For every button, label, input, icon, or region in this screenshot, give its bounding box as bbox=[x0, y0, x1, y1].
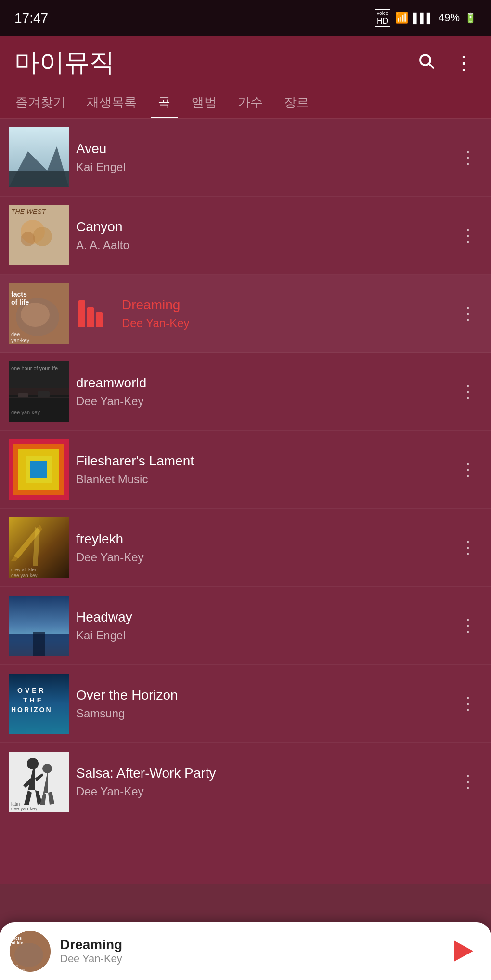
svg-text:HORIZON: HORIZON bbox=[11, 706, 52, 714]
album-art-dreamworld: one hour of your life dee yan-key bbox=[9, 361, 69, 422]
now-playing-artist: Dee Yan-Key bbox=[60, 953, 433, 965]
svg-text:yan·key: yan·key bbox=[12, 968, 25, 972]
song-item-filesharer[interactable]: Filesharer's Lament Blanket Music ⋮ bbox=[0, 431, 491, 509]
svg-rect-35 bbox=[33, 632, 45, 656]
song-more-filesharer[interactable]: ⋮ bbox=[454, 456, 481, 483]
song-item-aveu[interactable]: Aveu Kai Engel ⋮ bbox=[0, 119, 491, 197]
app-header: 마이뮤직 ⋮ bbox=[0, 36, 491, 84]
svg-text:THE: THE bbox=[23, 696, 44, 704]
svg-rect-21 bbox=[18, 393, 28, 397]
song-info-salsa: Salsa: After-Work Party Dee Yan-Key bbox=[69, 766, 454, 798]
svg-text:of life: of life bbox=[12, 940, 23, 945]
svg-text:dee: dee bbox=[12, 964, 18, 968]
svg-text:dee yan-key: dee yan-key bbox=[11, 806, 37, 811]
song-more-aveu[interactable]: ⋮ bbox=[454, 144, 481, 171]
song-item-dreaming[interactable]: facts of life dee yan·key Dreaming Dee Y… bbox=[0, 275, 491, 353]
song-list: Aveu Kai Engel ⋮ THE WEST Canyon A. A. A… bbox=[0, 119, 491, 884]
battery-icon: 🔋 bbox=[465, 12, 477, 24]
tab-genre[interactable]: 장르 bbox=[273, 84, 320, 118]
tab-favorites[interactable]: 즐겨찾기 bbox=[5, 84, 76, 118]
song-info-horizon: Over the Horizon Samsung bbox=[69, 688, 454, 720]
search-button[interactable] bbox=[415, 50, 437, 76]
wifi-icon: 📶 bbox=[395, 12, 408, 24]
play-icon bbox=[454, 940, 473, 962]
svg-point-41 bbox=[27, 758, 39, 769]
tab-artists[interactable]: 가수 bbox=[227, 84, 273, 118]
svg-text:dee yan-key: dee yan-key bbox=[11, 573, 37, 578]
svg-rect-4 bbox=[9, 171, 69, 187]
app-title: 마이뮤직 bbox=[14, 46, 115, 79]
svg-point-42 bbox=[42, 764, 52, 773]
song-item-salsa[interactable]: latin dee yan-key Salsa: After-Work Part… bbox=[0, 743, 491, 821]
playing-bar-3 bbox=[96, 312, 103, 327]
song-artist-headway: Kai Engel bbox=[76, 629, 447, 642]
song-info-aveu: Aveu Kai Engel bbox=[69, 141, 454, 174]
tab-playlist[interactable]: 재생목록 bbox=[76, 84, 147, 118]
song-title-headway: Headway bbox=[76, 609, 447, 625]
song-title-freylekh: freylekh bbox=[76, 531, 447, 547]
tab-albums[interactable]: 앨범 bbox=[181, 84, 227, 118]
album-art-canyon: THE WEST bbox=[9, 205, 69, 265]
svg-text:facts: facts bbox=[11, 291, 27, 298]
song-more-freylekh[interactable]: ⋮ bbox=[454, 534, 481, 561]
song-artist-dreaming: Dee Yan-Key bbox=[122, 317, 447, 330]
song-more-horizon[interactable]: ⋮ bbox=[454, 690, 481, 717]
battery-indicator: 49% bbox=[439, 12, 460, 24]
svg-line-1 bbox=[430, 64, 434, 68]
song-title-horizon: Over the Horizon bbox=[76, 688, 447, 703]
song-more-headway[interactable]: ⋮ bbox=[454, 612, 481, 639]
svg-text:dee: dee bbox=[11, 331, 20, 337]
svg-text:dee yan-key: dee yan-key bbox=[11, 410, 40, 415]
playing-indicator bbox=[78, 300, 105, 327]
song-title-canyon: Canyon bbox=[76, 219, 447, 235]
svg-point-12 bbox=[21, 303, 50, 327]
song-artist-horizon: Samsung bbox=[76, 707, 447, 720]
svg-point-46 bbox=[14, 943, 43, 967]
song-artist-aveu: Kai Engel bbox=[76, 160, 447, 174]
playing-bar-1 bbox=[78, 300, 85, 327]
album-art-headway bbox=[9, 596, 69, 656]
tab-songs[interactable]: 곡 bbox=[147, 84, 181, 118]
svg-text:one hour of your life: one hour of your life bbox=[11, 365, 58, 371]
album-art-dreaming: facts of life dee yan·key bbox=[9, 283, 69, 344]
svg-point-7 bbox=[33, 227, 52, 246]
song-info-canyon: Canyon A. A. Aalto bbox=[69, 219, 454, 252]
svg-rect-22 bbox=[38, 391, 50, 397]
svg-rect-29 bbox=[30, 461, 47, 478]
song-item-headway[interactable]: Headway Kai Engel ⋮ bbox=[0, 587, 491, 665]
song-artist-canyon: A. A. Aalto bbox=[76, 238, 447, 252]
song-title-salsa: Salsa: After-Work Party bbox=[76, 766, 447, 781]
song-artist-filesharer: Blanket Music bbox=[76, 473, 447, 486]
song-info-dreamworld: dreamworld Dee Yan-Key bbox=[69, 375, 454, 408]
song-more-salsa[interactable]: ⋮ bbox=[454, 768, 481, 795]
song-artist-dreamworld: Dee Yan-Key bbox=[76, 395, 447, 408]
song-title-aveu: Aveu bbox=[76, 141, 447, 157]
song-item-canyon[interactable]: THE WEST Canyon A. A. Aalto ⋮ bbox=[0, 197, 491, 275]
svg-point-0 bbox=[420, 55, 430, 65]
now-playing-play-button[interactable] bbox=[443, 932, 481, 970]
song-title-filesharer: Filesharer's Lament bbox=[76, 453, 447, 469]
status-bar: 17:47 voice HD 📶 ▌▌▌ 49% 🔋 bbox=[0, 0, 491, 36]
status-icons: voice HD 📶 ▌▌▌ 49% 🔋 bbox=[375, 9, 477, 27]
song-title-dreaming: Dreaming bbox=[122, 297, 447, 313]
svg-text:drey alt-kler: drey alt-kler bbox=[11, 567, 37, 572]
song-more-canyon[interactable]: ⋮ bbox=[454, 222, 481, 249]
song-item-dreamworld[interactable]: one hour of your life dee yan-key dreamw… bbox=[0, 353, 491, 431]
song-more-dreaming[interactable]: ⋮ bbox=[454, 300, 481, 327]
album-art-freylekh: drey alt-kler dee yan-key bbox=[9, 517, 69, 578]
svg-text:OVER: OVER bbox=[17, 687, 46, 694]
svg-point-8 bbox=[21, 232, 35, 246]
song-more-dreamworld[interactable]: ⋮ bbox=[454, 378, 481, 405]
playing-bar-2 bbox=[87, 307, 94, 327]
now-playing-bar[interactable]: facts of life dee yan·key Dreaming Dee Y… bbox=[0, 922, 491, 980]
song-artist-freylekh: Dee Yan-Key bbox=[76, 551, 447, 564]
song-item-horizon[interactable]: OVER THE HORIZON Over the Horizon Samsun… bbox=[0, 665, 491, 743]
song-title-dreamworld: dreamworld bbox=[76, 375, 447, 391]
song-info-headway: Headway Kai Engel bbox=[69, 609, 454, 642]
now-playing-info: Dreaming Dee Yan-Key bbox=[51, 937, 443, 965]
svg-text:of life: of life bbox=[11, 298, 29, 306]
hd-badge: voice HD bbox=[375, 9, 390, 27]
status-time: 17:47 bbox=[14, 11, 48, 26]
more-options-button[interactable]: ⋮ bbox=[452, 49, 477, 76]
song-item-freylekh[interactable]: drey alt-kler dee yan-key freylekh Dee Y… bbox=[0, 509, 491, 587]
